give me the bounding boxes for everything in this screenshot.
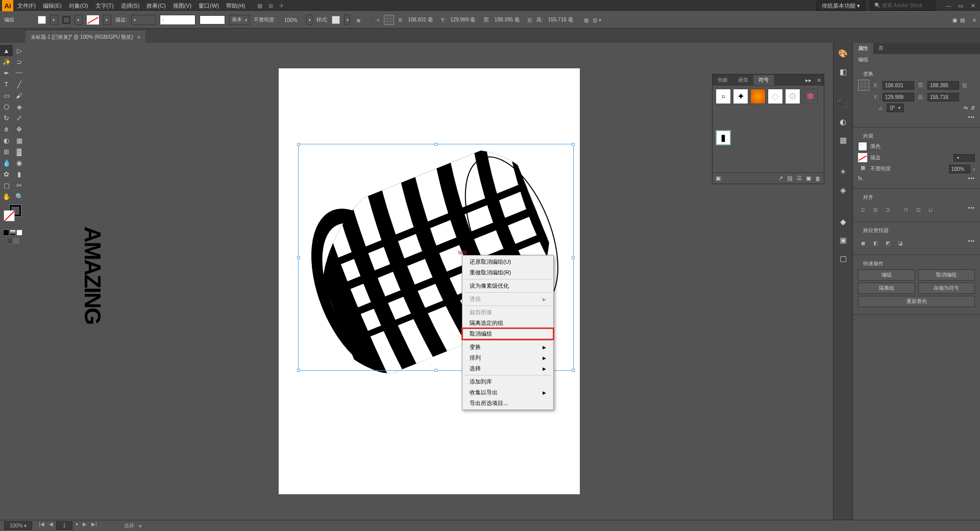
cm-export-selection[interactable]: 导出所选项目... bbox=[462, 398, 553, 409]
selection-handle[interactable] bbox=[572, 256, 575, 259]
align-hcenter-icon[interactable]: ⊟ bbox=[870, 205, 880, 214]
next-artboard-icon[interactable]: ▶ bbox=[81, 521, 88, 530]
document-tab[interactable]: 未标题-1 [已恢复]* @ 100% (RGB/GPU 预览) × bbox=[26, 31, 145, 43]
symbol-item[interactable]: ▮ bbox=[716, 130, 731, 145]
symbols-tab[interactable]: 符号 bbox=[753, 75, 774, 85]
align-bottom-icon[interactable]: ⊔ bbox=[925, 205, 936, 214]
symbol-item[interactable] bbox=[750, 89, 766, 104]
fill-stroke-control[interactable] bbox=[3, 205, 23, 225]
shape-builder-tool[interactable]: ◐ bbox=[0, 135, 13, 146]
intersect-icon[interactable]: ◩ bbox=[883, 238, 893, 247]
opacity-input[interactable] bbox=[280, 15, 302, 24]
fx-label[interactable]: fx. bbox=[858, 175, 864, 181]
hand-tool[interactable]: ✋ bbox=[0, 191, 13, 202]
stroke-dropdown[interactable] bbox=[75, 15, 83, 25]
pp-w-input[interactable] bbox=[927, 81, 959, 90]
paintbrush-tool[interactable]: 🖌 bbox=[13, 90, 26, 101]
transform-more[interactable]: ••• bbox=[968, 114, 975, 120]
properties-tab[interactable]: 属性 bbox=[853, 43, 873, 54]
link-wh-icon[interactable]: ⛓ bbox=[527, 17, 532, 23]
align-icon[interactable]: ≡ bbox=[371, 17, 380, 23]
minus-front-icon[interactable]: ◧ bbox=[870, 238, 880, 247]
selection-handle[interactable] bbox=[572, 369, 575, 372]
last-artboard-icon[interactable]: ▶| bbox=[90, 521, 99, 530]
selection-handle[interactable] bbox=[434, 369, 437, 372]
pathfinder-more[interactable]: ••• bbox=[968, 238, 975, 247]
lasso-tool[interactable]: ⊃ bbox=[13, 56, 26, 67]
new-symbol-icon[interactable]: ▣ bbox=[806, 175, 811, 182]
menu-view[interactable]: 视图(V) bbox=[170, 1, 195, 11]
w-input[interactable] bbox=[491, 15, 523, 24]
pp-opacity-input[interactable] bbox=[949, 165, 970, 173]
recolor-button[interactable]: 重新着色 bbox=[858, 296, 975, 307]
artboard-number[interactable]: 1 bbox=[56, 521, 72, 530]
panel-collapse-icon[interactable]: ▸▸ bbox=[802, 77, 815, 84]
selection-handle[interactable] bbox=[297, 143, 300, 146]
gpu-icon[interactable]: ✈ bbox=[279, 3, 284, 9]
line-tool[interactable]: ╱ bbox=[13, 79, 26, 90]
cm-undo-ungroup[interactable]: 还原取消编组(U) bbox=[462, 257, 553, 267]
selection-handle[interactable] bbox=[572, 143, 575, 146]
panel-menu-icon[interactable]: ≡ bbox=[815, 77, 824, 83]
pp-h-input[interactable] bbox=[927, 93, 959, 102]
unite-icon[interactable]: ◼ bbox=[858, 238, 868, 247]
cm-ungroup[interactable]: 取消编组 bbox=[462, 328, 553, 339]
symbol-sprayer-tool[interactable]: ✿ bbox=[0, 168, 13, 180]
menu-select[interactable]: 选择(S) bbox=[118, 1, 143, 11]
link-icon[interactable]: ⛓ bbox=[962, 83, 967, 88]
first-artboard-icon[interactable]: |◀ bbox=[37, 521, 46, 530]
rotate-tool[interactable]: ↻ bbox=[0, 112, 13, 123]
delete-symbol-icon[interactable]: 🗑 bbox=[815, 175, 821, 182]
brushes-tab[interactable]: 画笔 bbox=[733, 75, 753, 85]
reference-point[interactable] bbox=[384, 15, 394, 25]
cm-add-to-library[interactable]: 添加到库 bbox=[462, 376, 553, 387]
symbol-item[interactable]: ✽ bbox=[802, 89, 818, 104]
cm-isolate-group[interactable]: 隔离选定的组 bbox=[462, 318, 553, 328]
document-tab-close[interactable]: × bbox=[137, 34, 140, 40]
zoom-level[interactable]: 100% ▾ bbox=[4, 521, 32, 530]
menu-type[interactable]: 文字(T) bbox=[92, 1, 117, 11]
flip-v-icon[interactable]: ⇵ bbox=[971, 105, 975, 111]
scale-tool[interactable]: ⤢ bbox=[13, 112, 26, 123]
color-guide-icon[interactable]: ◧ bbox=[838, 66, 849, 78]
align-top-icon[interactable]: ⊓ bbox=[901, 205, 911, 214]
width-tool[interactable]: ⋔ bbox=[0, 123, 13, 135]
libraries-tab[interactable]: 库 bbox=[873, 43, 889, 54]
cm-redo-ungroup[interactable]: 重做取消编组(R) bbox=[462, 267, 553, 278]
symbol-libraries-icon[interactable]: ▣. bbox=[716, 175, 722, 182]
save-as-symbol-button[interactable]: 存储为符号 bbox=[918, 283, 975, 294]
curvature-tool[interactable]: 〰 bbox=[13, 67, 26, 79]
magic-wand-tool[interactable]: ✨ bbox=[0, 56, 13, 67]
group-button[interactable]: 编组 bbox=[858, 269, 915, 281]
artboard-tool[interactable]: ▢ bbox=[0, 180, 13, 191]
blend-tool[interactable]: ◉ bbox=[13, 157, 26, 168]
pp-reference-point[interactable] bbox=[858, 80, 869, 91]
cm-select[interactable]: 选择▶ bbox=[462, 363, 553, 374]
opacity-dropdown[interactable] bbox=[306, 15, 312, 25]
symbol-item[interactable]: ▫ bbox=[716, 89, 731, 104]
selection-handle[interactable] bbox=[297, 256, 300, 259]
screen-mode-icon[interactable] bbox=[7, 238, 13, 244]
color-panel-icon[interactable]: 🎨 bbox=[838, 48, 849, 59]
free-transform-tool[interactable]: ✥ bbox=[13, 123, 26, 135]
symbols-panel[interactable]: 色板 画笔 符号 ▸▸ ≡ ▫ ✦ ◇ ⚙ ✽ ▮ ▣. ↗ ⛓ ☰ ▣ 🗑 bbox=[712, 74, 824, 184]
perspective-grid-tool[interactable]: ▦ bbox=[13, 135, 26, 146]
cm-transform[interactable]: 变换▶ bbox=[462, 342, 553, 352]
selection-handle[interactable] bbox=[434, 143, 437, 146]
column-graph-tool[interactable]: ▮ bbox=[13, 168, 26, 180]
prev-artboard-icon[interactable]: ◀ bbox=[47, 521, 55, 530]
stroke-weight-dropdown[interactable] bbox=[131, 15, 156, 25]
cm-arrange[interactable]: 排列▶ bbox=[462, 352, 553, 363]
change-screen-icon[interactable] bbox=[13, 238, 19, 244]
pp-stroke-swatch[interactable] bbox=[858, 153, 867, 162]
gradient-mode-icon[interactable] bbox=[10, 230, 16, 236]
mesh-tool[interactable]: ⊞ bbox=[0, 146, 13, 157]
style-dropdown[interactable] bbox=[344, 15, 350, 25]
align-vcenter-icon[interactable]: ⊡ bbox=[913, 205, 923, 214]
recolor-icon[interactable]: ◉ bbox=[356, 17, 361, 23]
appearance-more[interactable]: ••• bbox=[968, 175, 975, 181]
pp-stroke-weight[interactable] bbox=[953, 154, 975, 162]
arrange-docs-icon[interactable]: ⊞ bbox=[268, 3, 273, 9]
menu-window[interactable]: 窗口(W) bbox=[195, 1, 222, 11]
workspace-dropdown[interactable]: 传统基本功能 ▾ bbox=[816, 1, 866, 11]
